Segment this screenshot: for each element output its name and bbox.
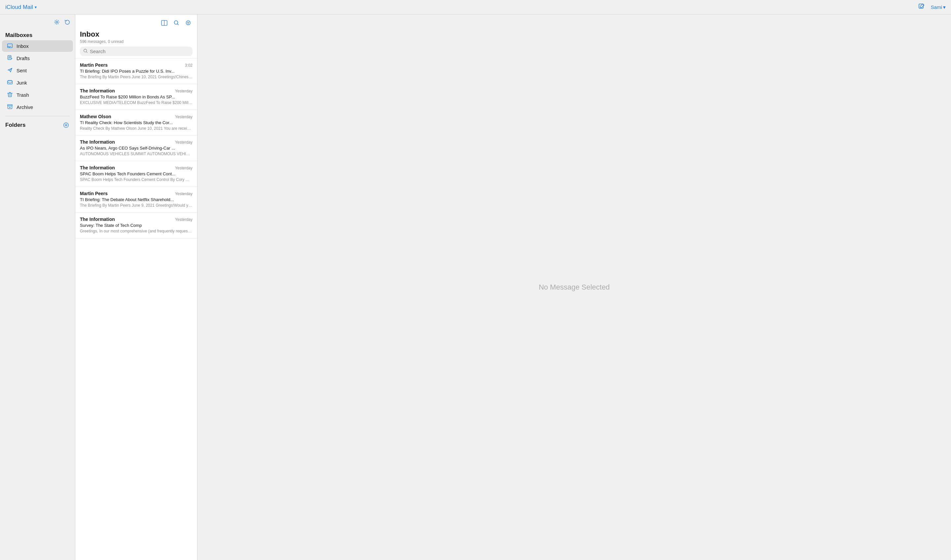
email-list: Martin Peers 3:02 TI Briefing: Didi IPO …	[75, 58, 197, 560]
archive-icon	[7, 104, 13, 111]
email-subject: TI Briefing: Didi IPO Poses a Puzzle for…	[80, 69, 192, 74]
email-list-panel: Inbox 596 messages, 0 unread Martin Peer…	[75, 14, 197, 560]
email-item[interactable]: The Information Yesterday BuzzFeed To Ra…	[75, 84, 197, 110]
email-preview: SPAC Boom Helps Tech Founders Cement Con…	[80, 177, 192, 183]
svg-rect-2	[8, 44, 12, 48]
email-preview: AUTONOMOUS VEHICLES SUMMIT AUTONOMOUS VE…	[80, 151, 192, 157]
split-view-icon	[161, 20, 168, 26]
trash-icon	[7, 91, 13, 98]
no-message-selected-text: No Message Selected	[539, 283, 609, 292]
sidebar-toolbar	[0, 17, 75, 29]
filter-button[interactable]	[184, 19, 192, 28]
email-item[interactable]: The Information Yesterday Survey: The St…	[75, 213, 197, 238]
sidebar-settings-button[interactable]	[53, 18, 60, 28]
email-item[interactable]: Martin Peers 3:02 TI Briefing: Didi IPO …	[75, 58, 197, 84]
folders-label: Folders	[5, 122, 25, 128]
email-list-header: Inbox 596 messages, 0 unread	[75, 14, 197, 58]
split-view-button[interactable]	[160, 19, 169, 28]
topbar-left: iCloud Mail ▾	[5, 4, 37, 11]
user-name: Sami	[931, 4, 942, 10]
email-item[interactable]: Mathew Olson Yesterday TI Reality Check:…	[75, 110, 197, 136]
inbox-icon	[7, 43, 13, 49]
email-time: Yesterday	[175, 140, 192, 145]
email-preview: The Briefing By Martin Peers June 9, 202…	[80, 203, 192, 208]
search-bar[interactable]	[80, 46, 192, 56]
email-time: Yesterday	[175, 89, 192, 94]
filter-icon	[185, 20, 191, 26]
email-subject: BuzzFeed To Raise $200 Million in Bonds …	[80, 94, 192, 99]
sidebar-label-inbox: Inbox	[17, 43, 29, 49]
sidebar-refresh-button[interactable]	[64, 18, 71, 28]
sidebar-item-inbox[interactable]: Inbox	[2, 40, 73, 52]
sidebar-label-trash: Trash	[17, 92, 29, 98]
mailboxes-header: Mailboxes	[0, 29, 75, 40]
app-title: iCloud Mail	[5, 4, 33, 11]
topbar-right: Sami ▾	[917, 2, 946, 12]
drafts-icon	[7, 55, 13, 62]
email-subject: TI Briefing: The Debate About Netflix Sh…	[80, 197, 192, 202]
sidebar-item-junk[interactable]: Junk	[2, 77, 73, 88]
email-item[interactable]: Martin Peers Yesterday TI Briefing: The …	[75, 187, 197, 213]
search-icon-toolbar	[173, 20, 179, 26]
main-layout: Mailboxes Inbox Drafts	[0, 14, 951, 560]
email-item-top: The Information Yesterday	[80, 217, 192, 222]
add-folder-icon	[63, 122, 69, 128]
user-chevron-icon: ▾	[943, 4, 946, 10]
email-subject: Survey: The State of Tech Comp	[80, 223, 192, 228]
email-subject: As IPO Nears, Argo CEO Says Self-Driving…	[80, 146, 192, 151]
folders-header: Folders	[0, 119, 75, 130]
email-time: Yesterday	[175, 192, 192, 196]
email-time: Yesterday	[175, 166, 192, 171]
sidebar-item-drafts[interactable]: Drafts	[2, 52, 73, 64]
sidebar: Mailboxes Inbox Drafts	[0, 14, 75, 560]
svg-point-1	[56, 21, 57, 23]
email-subject: TI Reality Check: How Scientists Study t…	[80, 120, 192, 125]
email-sender: Martin Peers	[80, 62, 108, 68]
search-icon	[83, 49, 88, 54]
inbox-title: Inbox	[80, 30, 192, 38]
email-item-top: The Information Yesterday	[80, 88, 192, 94]
sidebar-label-drafts: Drafts	[17, 55, 30, 61]
email-subject: SPAC Boom Helps Tech Founders Cement Con…	[80, 171, 192, 176]
svg-point-10	[186, 21, 191, 25]
app-name-plain: iCloud	[5, 4, 21, 10]
user-menu[interactable]: Sami ▾	[931, 4, 946, 10]
sidebar-item-trash[interactable]: Trash	[2, 89, 73, 101]
email-preview: Reality Check By Mathew Olson June 10, 2…	[80, 126, 192, 131]
email-item[interactable]: The Information Yesterday SPAC Boom Help…	[75, 161, 197, 187]
compose-button[interactable]	[917, 2, 926, 12]
search-input[interactable]	[90, 49, 189, 54]
sidebar-label-archive: Archive	[17, 104, 33, 110]
email-sender: The Information	[80, 88, 115, 94]
email-sender: Martin Peers	[80, 191, 108, 196]
email-item-top: The Information Yesterday	[80, 165, 192, 171]
sidebar-item-sent[interactable]: Sent	[2, 65, 73, 76]
email-preview: Greetings, In our most comprehensive (an…	[80, 229, 192, 234]
email-sender: Mathew Olson	[80, 114, 111, 119]
app-name-colored: Mail	[21, 4, 33, 10]
junk-icon	[7, 79, 13, 86]
sidebar-divider	[5, 116, 70, 116]
email-item-top: Martin Peers Yesterday	[80, 191, 192, 196]
email-time: Yesterday	[175, 217, 192, 222]
email-sender: The Information	[80, 217, 115, 222]
inbox-subtitle: 596 messages, 0 unread	[80, 39, 192, 44]
email-item-top: Mathew Olson Yesterday	[80, 114, 192, 119]
sidebar-label-junk: Junk	[17, 80, 27, 86]
compose-icon	[918, 3, 925, 9]
email-preview: EXCLUSIVE MEDIA/TELECOM BuzzFeed To Rais…	[80, 100, 192, 106]
search-button[interactable]	[172, 19, 181, 28]
add-folder-button[interactable]	[62, 122, 70, 129]
refresh-icon	[65, 19, 70, 25]
email-preview: The Briefing By Martin Peers June 10, 20…	[80, 74, 192, 80]
email-item-top: Martin Peers 3:02	[80, 62, 192, 68]
email-sender: The Information	[80, 165, 115, 171]
sidebar-item-archive[interactable]: Archive	[2, 102, 73, 113]
email-time: 3:02	[185, 63, 192, 68]
topbar-chevron-icon[interactable]: ▾	[35, 5, 37, 9]
sent-icon	[7, 67, 13, 74]
email-item-top: The Information Yesterday	[80, 139, 192, 145]
email-item[interactable]: The Information Yesterday As IPO Nears, …	[75, 135, 197, 161]
email-sender: The Information	[80, 139, 115, 145]
email-time: Yesterday	[175, 115, 192, 119]
